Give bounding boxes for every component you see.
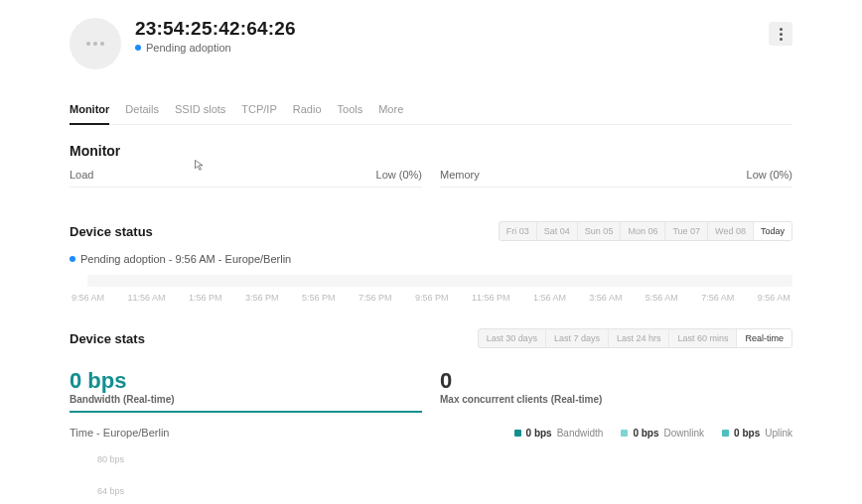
section-title-monitor: Monitor (70, 143, 792, 159)
more-actions-button[interactable] (769, 22, 792, 46)
tab-details[interactable]: Details (125, 103, 159, 124)
time-label: 11:56 AM (127, 293, 165, 303)
timeline-labels: 9:56 AM 11:56 AM 1:56 PM 3:56 PM 5:56 PM… (70, 293, 792, 303)
y-label: 64 bps (97, 486, 792, 496)
day-tabs: Fri 03 Sat 04 Sun 05 Mon 06 Tue 07 Wed 0… (499, 221, 792, 241)
chart-y-axis: 80 bps 64 bps (70, 454, 792, 496)
bandwidth-value: 0 bps (70, 368, 422, 394)
tab-more[interactable]: More (378, 103, 403, 124)
bandwidth-label: Bandwidth (Real-time) (70, 394, 422, 405)
time-label: 1:56 AM (533, 293, 566, 303)
device-status-text: Pending adoption (146, 42, 231, 54)
tab-monitor[interactable]: Monitor (70, 103, 109, 125)
day-tab-tue[interactable]: Tue 07 (664, 222, 707, 240)
range-7d[interactable]: Last 7 days (545, 329, 608, 347)
tab-radio[interactable]: Radio (293, 103, 322, 124)
status-line-text: Pending adoption - 9:56 AM - Europe/Berl… (80, 253, 291, 265)
range-60m[interactable]: Last 60 mins (668, 329, 736, 347)
tabs: Monitor Details SSID slots TCP/IP Radio … (70, 103, 792, 125)
time-label: 9:56 PM (415, 293, 449, 303)
header: 23:54:25:42:64:26 Pending adoption (70, 16, 792, 69)
time-label: 7:56 PM (359, 293, 392, 303)
day-tab-fri[interactable]: Fri 03 (500, 222, 536, 240)
day-tab-wed[interactable]: Wed 08 (707, 222, 753, 240)
metric-memory: Memory Low (0%) (440, 169, 792, 188)
legend-square-icon (514, 430, 521, 437)
stat-clients[interactable]: 0 Max concurrent clients (Real-time) (440, 368, 792, 413)
chart-legend: 0 bps Bandwidth 0 bps Downlink 0 bps Upl… (514, 428, 792, 439)
status-dot-icon (135, 45, 141, 51)
time-timezone: Time - Europe/Berlin (70, 427, 169, 439)
device-title: 23:54:25:42:64:26 (135, 18, 296, 40)
time-label: 3:56 AM (589, 293, 622, 303)
legend-bandwidth: 0 bps Bandwidth (514, 428, 604, 439)
metric-load-value: Low (0%) (376, 169, 422, 181)
device-avatar (70, 18, 121, 69)
range-30d[interactable]: Last 30 days (479, 329, 545, 347)
metric-memory-value: Low (0%) (747, 169, 792, 181)
legend-square-icon (621, 430, 628, 437)
day-tab-sun[interactable]: Sun 05 (577, 222, 621, 240)
time-label: 9:56 AM (758, 293, 790, 303)
metric-load-label: Load (70, 169, 93, 181)
range-tabs: Last 30 days Last 7 days Last 24 hrs Las… (478, 328, 792, 348)
time-label: 5:56 AM (646, 293, 678, 303)
device-status-title: Device status (70, 224, 153, 239)
metric-memory-label: Memory (440, 169, 480, 181)
status-timeline (87, 275, 792, 287)
legend-uplink: 0 bps Uplink (722, 428, 792, 439)
device-stats-title: Device stats (70, 331, 145, 346)
time-label: 5:56 PM (302, 293, 336, 303)
range-realtime[interactable]: Real-time (736, 329, 791, 347)
tab-ssid-slots[interactable]: SSID slots (175, 103, 225, 124)
stat-bandwidth[interactable]: 0 bps Bandwidth (Real-time) (70, 368, 422, 413)
clients-label: Max concurrent clients (Real-time) (440, 394, 792, 405)
day-tab-today[interactable]: Today (753, 222, 791, 240)
time-label: 3:56 PM (245, 293, 279, 303)
tab-tcpip[interactable]: TCP/IP (241, 103, 276, 124)
day-tab-mon[interactable]: Mon 06 (620, 222, 664, 240)
clients-value: 0 (440, 368, 792, 394)
time-label: 11:56 PM (472, 293, 510, 303)
legend-square-icon (722, 430, 729, 437)
metric-load: Load Low (0%) (70, 169, 422, 188)
status-dot-icon (70, 256, 75, 262)
time-label: 1:56 PM (189, 293, 222, 303)
time-label: 9:56 AM (72, 293, 104, 303)
range-24h[interactable]: Last 24 hrs (608, 329, 669, 347)
tab-tools[interactable]: Tools (338, 103, 363, 124)
y-label: 80 bps (97, 454, 792, 464)
ellipsis-icon (86, 42, 104, 46)
day-tab-sat[interactable]: Sat 04 (536, 222, 577, 240)
time-label: 7:56 AM (701, 293, 734, 303)
legend-downlink: 0 bps Downlink (621, 428, 704, 439)
